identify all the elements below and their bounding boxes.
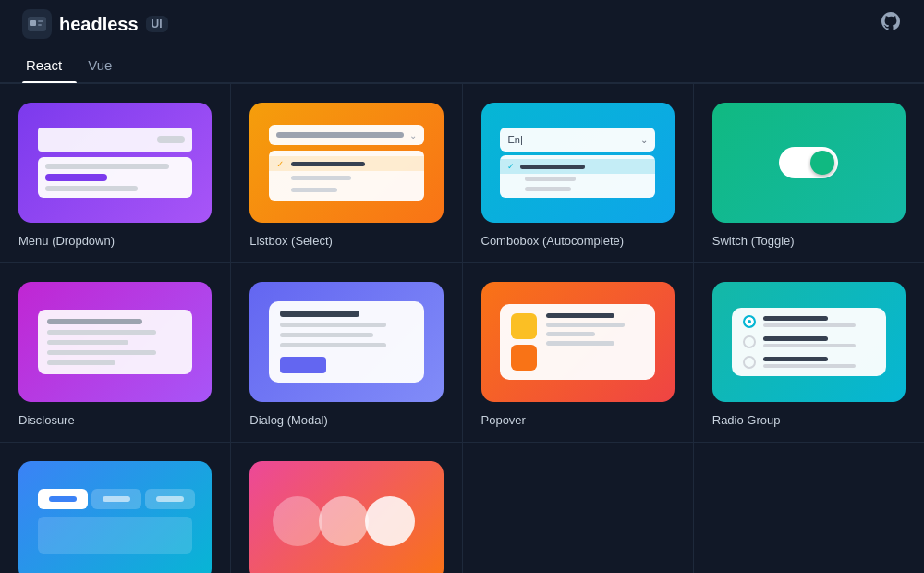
card-listbox[interactable]: ⌄ ✓: [249, 103, 443, 223]
svg-rect-3: [38, 24, 42, 26]
label-disclosure: Disclosure: [18, 413, 212, 427]
card-menu[interactable]: [18, 103, 212, 223]
card-radiogroup[interactable]: [712, 282, 906, 402]
logo-text: headless: [59, 14, 139, 35]
grid-cell-transition: Transition: [231, 443, 461, 573]
logo-badge: UI: [146, 16, 168, 32]
card-switch[interactable]: [712, 103, 906, 223]
label-switch: Switch (Toggle): [712, 234, 906, 248]
card-transition[interactable]: [249, 461, 443, 573]
grid-cell-tabs: Tabs: [0, 443, 230, 573]
label-listbox: Listbox (Select): [249, 234, 443, 248]
grid-cell-radiogroup: Radio Group: [694, 263, 924, 442]
logo: headless UI: [22, 9, 168, 39]
svg-rect-1: [30, 20, 36, 26]
grid-cell-disclosure: Disclosure: [0, 263, 230, 442]
grid-cell-popover: Popover: [463, 263, 693, 442]
tabs-nav: React Vue: [0, 48, 924, 83]
grid-cell-listbox: ⌄ ✓ Listbox (S: [231, 84, 461, 262]
grid-cell-menu: Menu (Dropdown): [0, 84, 230, 262]
header: headless UI: [0, 0, 924, 48]
grid-cell-combobox: En| ⌄ ✓: [463, 84, 693, 262]
label-combobox: Combobox (Autocomplete): [481, 234, 675, 248]
svg-rect-2: [38, 20, 43, 22]
label-popover: Popover: [481, 413, 675, 427]
card-dialog[interactable]: [249, 282, 443, 402]
card-popover[interactable]: [481, 282, 675, 402]
label-dialog: Dialog (Modal): [249, 413, 443, 427]
card-tabs[interactable]: [18, 461, 212, 573]
card-disclosure[interactable]: [18, 282, 212, 402]
github-icon[interactable]: [880, 10, 902, 38]
grid-cell-dialog: Dialog (Modal): [231, 263, 461, 442]
card-combobox[interactable]: En| ⌄ ✓: [481, 103, 675, 223]
grid-cell-empty-2: [694, 443, 924, 573]
label-menu: Menu (Dropdown): [18, 234, 212, 248]
label-radiogroup: Radio Group: [712, 413, 906, 427]
tab-react[interactable]: React: [22, 48, 77, 82]
logo-icon: [22, 9, 52, 39]
tab-vue[interactable]: Vue: [84, 48, 127, 82]
grid-cell-switch: Switch (Toggle): [694, 84, 924, 262]
component-grid: Menu (Dropdown) ⌄ ✓: [0, 83, 924, 573]
grid-cell-empty-1: [463, 443, 693, 573]
